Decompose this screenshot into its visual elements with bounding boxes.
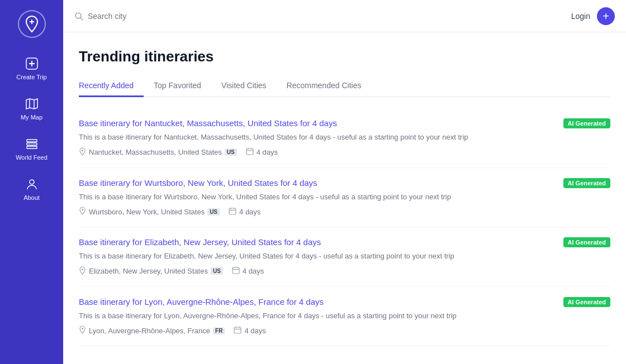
svg-rect-10 [27, 146, 37, 149]
header: Login + [63, 0, 626, 32]
itinerary-description: This is a base itinerary for Nantucket, … [79, 132, 610, 143]
svg-rect-8 [27, 140, 37, 142]
ai-badge: AI Generated [563, 297, 610, 307]
calendar-icon [246, 147, 254, 157]
svg-rect-25 [233, 267, 239, 274]
itinerary-meta: Lyon, Auvergne-Rhône-Alpes, France fr 4 … [79, 325, 610, 336]
location-icon [79, 207, 86, 217]
itinerary-description: This is a base itinerary for Elizabeth, … [79, 251, 610, 262]
duration-meta: 4 days [229, 207, 260, 217]
location-text: Wurtsboro, New York, United States [89, 208, 205, 216]
svg-rect-9 [27, 143, 37, 145]
tab-recommended-cities[interactable]: Recommended Cities [277, 75, 372, 97]
itinerary-title[interactable]: Base itinerary for Lyon, Auvergne-Rhône-… [79, 297, 324, 306]
add-button[interactable]: + [597, 7, 615, 25]
calendar-icon [229, 207, 236, 217]
search-bar [74, 12, 566, 21]
page-content: Trending itineraries Recently Added Top … [63, 32, 626, 364]
location-meta: Wurtsboro, New York, United States us [79, 207, 220, 217]
app-logo[interactable] [18, 10, 46, 38]
tabs: Recently Added Top Favorited Visited Cit… [79, 75, 610, 97]
tab-top-favorited[interactable]: Top Favorited [144, 75, 211, 97]
duration-meta: 4 days [232, 266, 264, 276]
itinerary-item: Base itinerary for Wurtsboro, New York, … [79, 168, 610, 228]
tab-recently-added[interactable]: Recently Added [79, 75, 144, 97]
sidebar-item-about-label: About [23, 194, 40, 201]
location-meta: Lyon, Auvergne-Rhône-Alpes, France fr [79, 325, 225, 336]
tab-visited-cities[interactable]: Visited Cities [211, 75, 277, 97]
itinerary-header: Base itinerary for Nantucket, Massachuse… [79, 118, 610, 128]
itinerary-item: Base itinerary for Lyon, Auvergne-Rhône-… [79, 287, 610, 347]
itinerary-item: Base itinerary for Nantucket, Massachuse… [79, 108, 610, 168]
sidebar-logo [0, 0, 63, 48]
map-icon [24, 96, 40, 112]
svg-rect-15 [246, 149, 253, 155]
svg-marker-5 [26, 99, 37, 109]
location-meta: Elizabeth, New Jersey, United States us [79, 266, 223, 276]
itinerary-list: Base itinerary for Nantucket, Massachuse… [79, 108, 610, 346]
itinerary-description: This is a base itinerary for Lyon, Auver… [79, 310, 610, 322]
sidebar-item-world-feed[interactable]: World Feed [0, 128, 63, 169]
itinerary-header: Base itinerary for Lyon, Auvergne-Rhône-… [79, 297, 610, 307]
svg-line-13 [80, 18, 83, 20]
itinerary-meta: Elizabeth, New Jersey, United States us … [79, 266, 610, 276]
sidebar-item-my-map-label: My Map [21, 114, 42, 121]
duration-meta: 4 days [246, 147, 278, 157]
sidebar: Create Trip My Map World Feed [0, 0, 63, 364]
sidebar-item-world-feed-label: World Feed [16, 154, 48, 161]
search-icon [74, 12, 83, 21]
flag-badge: us [207, 208, 220, 215]
search-input[interactable] [88, 12, 566, 21]
svg-point-19 [82, 209, 83, 210]
sidebar-item-create-trip-label: Create Trip [16, 74, 46, 80]
flag-badge: fr [213, 327, 225, 334]
location-meta: Nantucket, Massachusetts, United States … [79, 147, 237, 157]
header-right: Login + [571, 7, 615, 25]
svg-point-14 [82, 150, 83, 151]
itinerary-description: This is a base itinerary for Wurtsboro, … [79, 191, 610, 203]
itinerary-item: Base itinerary for Elizabeth, New Jersey… [79, 227, 610, 287]
feed-icon [24, 136, 40, 152]
location-text: Lyon, Auvergne-Rhône-Alpes, France [89, 327, 210, 335]
ai-badge: AI Generated [563, 118, 610, 128]
flag-badge: us [211, 267, 223, 275]
duration-text: 4 days [243, 267, 264, 275]
svg-point-11 [30, 180, 34, 184]
svg-rect-20 [229, 208, 236, 214]
sidebar-item-my-map[interactable]: My Map [0, 88, 63, 128]
flag-badge: us [225, 149, 237, 156]
calendar-icon [234, 326, 241, 336]
duration-text: 4 days [244, 327, 265, 335]
calendar-icon [232, 266, 240, 276]
ai-badge: AI Generated [563, 237, 610, 247]
itinerary-header: Base itinerary for Wurtsboro, New York, … [79, 178, 610, 188]
location-text: Nantucket, Massachusetts, United States [89, 148, 222, 156]
person-icon [24, 176, 40, 192]
svg-point-24 [82, 269, 83, 270]
location-text: Elizabeth, New Jersey, United States [89, 267, 208, 275]
login-button[interactable]: Login [571, 12, 590, 21]
ai-badge: AI Generated [563, 178, 610, 188]
main-content: Login + Trending itineraries Recently Ad… [63, 0, 626, 364]
itinerary-meta: Wurtsboro, New York, United States us 4 … [79, 207, 610, 217]
page-title: Trending itineraries [79, 48, 610, 65]
location-icon [79, 266, 86, 276]
itinerary-title[interactable]: Base itinerary for Wurtsboro, New York, … [79, 178, 317, 188]
duration-text: 4 days [257, 148, 278, 156]
svg-point-29 [82, 328, 83, 329]
location-icon [79, 147, 86, 157]
svg-rect-30 [234, 327, 241, 333]
itinerary-header: Base itinerary for Elizabeth, New Jersey… [79, 237, 610, 247]
sidebar-item-create-trip[interactable]: Create Trip [0, 48, 63, 88]
itinerary-meta: Nantucket, Massachusetts, United States … [79, 147, 610, 157]
itinerary-title[interactable]: Base itinerary for Elizabeth, New Jersey… [79, 237, 321, 247]
sidebar-item-about[interactable]: About [0, 169, 63, 209]
location-icon [79, 325, 86, 336]
duration-text: 4 days [239, 208, 260, 216]
plus-icon [24, 56, 40, 71]
itinerary-title[interactable]: Base itinerary for Nantucket, Massachuse… [79, 118, 337, 128]
duration-meta: 4 days [234, 326, 265, 336]
